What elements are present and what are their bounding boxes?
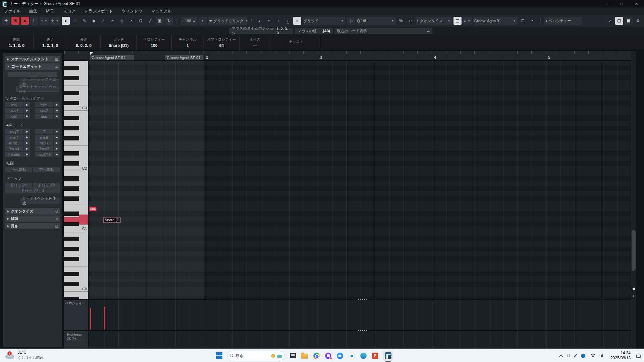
info-field-0[interactable]: 開始1. 1. 3. 0 — [0, 35, 34, 50]
chord-button-maj[interactable]: maj — [5, 102, 23, 107]
solo-editor-button[interactable]: S — [11, 17, 19, 25]
autoscroll-control[interactable]: ⌂ ▼ — [40, 17, 49, 25]
menu-MIDI[interactable]: MIDI — [46, 9, 54, 13]
move-up-button[interactable]: ↑ — [274, 17, 282, 25]
part-selector-dropdown[interactable]: Groove Agen.01 ▼ — [473, 17, 518, 25]
stepper-icon[interactable]: ▲ — [192, 19, 196, 22]
tool-eraser[interactable]: ◆ — [90, 17, 98, 25]
chord-button-min7[interactable]: min7 — [5, 135, 23, 140]
chord-play-button[interactable]: ▶ — [24, 114, 30, 119]
taskbar-cubase-active[interactable] — [383, 351, 393, 361]
white-key[interactable] — [64, 96, 89, 101]
grid-type-button[interactable]: −|+ — [347, 17, 355, 25]
white-key[interactable] — [64, 241, 89, 246]
auto-select-controllers-button[interactable]: ▣ — [156, 17, 164, 25]
quantize-preset-dropdown[interactable]: Q 1/8 ▼ — [356, 17, 396, 25]
insert-velocity-value[interactable]: 100 — [185, 19, 191, 23]
chord-play-button[interactable]: ▶ — [54, 152, 60, 157]
chord-play-button[interactable]: ▶ — [24, 129, 30, 134]
tool-glue[interactable]: ◇ — [118, 17, 126, 25]
chord-play-button[interactable]: ▶ — [54, 146, 60, 151]
independent-loop-button[interactable]: ↻ — [165, 17, 173, 25]
section-transpose[interactable]: ▶ 移調 ♫ — [5, 216, 60, 222]
chord-button-7[interactable]: 7 — [35, 129, 53, 134]
drop2-4-button[interactable]: ドロップ2 + 4 — [5, 188, 60, 193]
chord-play-button[interactable]: ▶ — [54, 140, 60, 145]
section-length[interactable]: ▶ 長さ ▤ — [5, 223, 60, 229]
event-colors-dropdown[interactable]: ◑ ベロシティー — [544, 17, 582, 25]
part-editing-control[interactable]: ✛ ▼ — [50, 17, 60, 25]
white-key[interactable] — [64, 201, 89, 206]
white-key[interactable] — [64, 171, 89, 176]
notification-bell-icon[interactable] — [636, 354, 641, 358]
tool-pencil[interactable]: ✎ — [80, 17, 89, 25]
chord-button-sus2[interactable]: sus2 — [35, 108, 53, 113]
velocity-lane[interactable]: ベロシティー — [64, 300, 631, 330]
tray-expand-icon[interactable] — [559, 354, 563, 358]
chord-button-maj7/#5[interactable]: maj7/#5 — [35, 152, 53, 157]
note-grid[interactable] — [89, 61, 631, 299]
drop2-button[interactable]: ドロップ2 — [5, 183, 32, 188]
chord-button-sus4[interactable]: sus4 — [5, 108, 23, 113]
cc-parameter-box[interactable]: Brightness CC 74 — [65, 331, 86, 341]
chord-button-maj7[interactable]: maj7 — [5, 129, 23, 134]
info-field-6[interactable]: オフベロシティー64 — [204, 35, 239, 50]
blue-tray-icon[interactable] — [581, 354, 585, 358]
white-key[interactable] — [64, 70, 89, 75]
black-key[interactable] — [64, 297, 89, 299]
chord-play-button[interactable]: ▶ — [24, 140, 30, 145]
tool-zoom[interactable]: Q — [137, 17, 145, 25]
info-field-4[interactable]: ベロシティー100 — [137, 35, 172, 50]
chord-play-button[interactable]: ▶ — [24, 146, 30, 151]
setup-pin-button[interactable]: ✚ — [2, 17, 10, 25]
white-key[interactable] — [64, 191, 89, 196]
chord-play-button[interactable]: ▶ — [54, 102, 60, 107]
part-flag-1[interactable]: Groove Agent SE 01 — [90, 55, 134, 60]
white-key[interactable]: C0 — [64, 287, 89, 292]
tool-line[interactable]: ╱ — [146, 17, 154, 25]
acoustic-feedback-button[interactable]: ☾ — [30, 17, 38, 25]
chord-play-button[interactable]: ▶ — [54, 114, 60, 119]
chord-button-min6[interactable]: min6 — [35, 135, 53, 140]
info-field-2[interactable]: 長さ0. 0. 2. 0 — [67, 35, 101, 50]
white-key[interactable] — [64, 181, 89, 186]
black-key[interactable] — [64, 126, 89, 131]
black-key[interactable] — [64, 90, 89, 96]
white-key[interactable] — [64, 61, 89, 65]
move-down-button[interactable]: ↓ — [284, 17, 292, 25]
black-key[interactable] — [64, 65, 89, 70]
tool-trim[interactable]: ∕ — [99, 17, 107, 25]
note-display-area[interactable]: C3C2C1C0 Sna Snare (D — [64, 61, 631, 299]
scrollbar-thumb[interactable] — [632, 230, 636, 271]
chord-button-m7/b5[interactable]: m7/b5 — [5, 140, 23, 145]
iterative-quantize-button[interactable]: % — [397, 17, 405, 25]
snap-button[interactable]: × — [293, 17, 301, 25]
tool-mute[interactable]: × — [127, 17, 136, 25]
black-key[interactable] — [64, 256, 89, 261]
chord-play-button[interactable]: ▶ — [24, 108, 30, 113]
white-key[interactable]: C1 — [64, 226, 89, 231]
black-key[interactable] — [64, 236, 89, 241]
record-button[interactable]: ● — [21, 17, 29, 25]
white-key[interactable]: C2 — [64, 166, 89, 171]
black-key[interactable] — [64, 282, 89, 287]
cc-lane[interactable]: Brightness CC 74 — [64, 331, 631, 348]
white-key[interactable] — [64, 277, 89, 282]
insert-velocity-control[interactable]: ↓ 100 ▲ — [181, 17, 197, 25]
black-key[interactable] — [64, 75, 89, 80]
black-key[interactable] — [64, 196, 89, 201]
snap-type-dropdown[interactable]: グリッド ▼ — [303, 17, 345, 25]
taskbar-chrome[interactable] — [313, 352, 320, 359]
drop3-button[interactable]: ドロップ3 — [33, 183, 60, 188]
white-key[interactable] — [64, 231, 89, 236]
piano-keyboard[interactable]: C3C2C1C0 — [64, 61, 89, 299]
chord-button-full dim[interactable]: full dim — [5, 152, 23, 157]
menu-スコア[interactable]: スコア — [63, 8, 75, 14]
white-key[interactable] — [64, 131, 89, 136]
white-key[interactable] — [64, 141, 89, 146]
taskbar-app-dark[interactable] — [289, 352, 297, 359]
black-key[interactable] — [64, 186, 89, 191]
taskbar-powerpoint[interactable]: P — [371, 352, 379, 359]
left-zone-button[interactable] — [615, 17, 623, 25]
move-up-chord-button[interactable]: 上へ移動 — [5, 167, 32, 172]
